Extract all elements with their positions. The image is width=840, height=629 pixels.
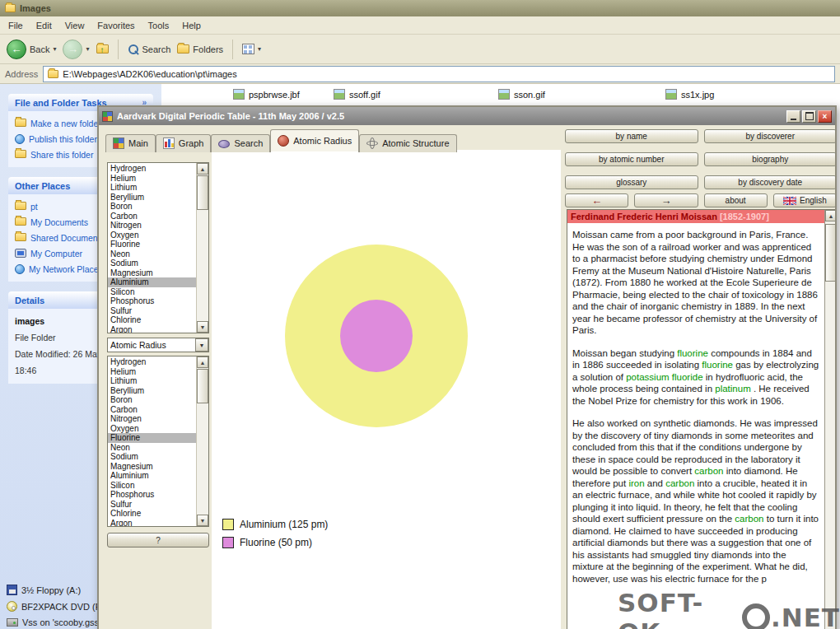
element-item-aluminium[interactable]: Aluminium bbox=[108, 471, 196, 481]
menu-tools[interactable]: Tools bbox=[148, 21, 170, 30]
file-item-ssoff-gif[interactable]: ssoff.gif bbox=[334, 89, 380, 100]
tab-graph[interactable]: Graph bbox=[156, 134, 212, 152]
menu-edit[interactable]: Edit bbox=[36, 21, 52, 30]
nav-by-discovery-date[interactable]: by discovery date bbox=[704, 175, 836, 189]
file-item-ss1x-jpg[interactable]: ss1x.jpg bbox=[665, 89, 714, 100]
address-input[interactable]: E:\Webpages\AD2K06\education\pt\images bbox=[43, 66, 835, 82]
element-item-oxygen[interactable]: Oxygen bbox=[108, 231, 196, 240]
close-button[interactable] bbox=[818, 110, 832, 123]
nav-biography[interactable]: biography bbox=[704, 152, 836, 166]
element-item-lithium[interactable]: Lithium bbox=[108, 183, 196, 193]
element-item-sodium[interactable]: Sodium bbox=[108, 452, 196, 462]
element-link-iron[interactable]: iron bbox=[628, 478, 644, 488]
folders-button[interactable]: Folders bbox=[177, 44, 223, 54]
left-arrow-icon: ← bbox=[591, 194, 602, 207]
element-link-fluorine[interactable]: fluorine bbox=[677, 348, 708, 358]
element-item-fluorine[interactable]: Fluorine bbox=[108, 240, 196, 249]
element-item-helium[interactable]: Helium bbox=[108, 174, 196, 184]
element-item-hydrogen[interactable]: Hydrogen bbox=[108, 164, 196, 174]
element-item-aluminium[interactable]: Aluminium bbox=[108, 277, 196, 287]
element-item-boron[interactable]: Boron bbox=[108, 395, 196, 405]
element-item-lithium[interactable]: Lithium bbox=[108, 376, 196, 386]
help-button[interactable]: ? bbox=[107, 533, 209, 547]
combobox-dropdown-icon[interactable]: ▼ bbox=[195, 338, 208, 352]
forward-dropdown-icon[interactable]: ▾ bbox=[86, 45, 89, 53]
scroll-up-button[interactable]: ▲ bbox=[197, 163, 208, 175]
nav-by-atomic-number[interactable]: by atomic number bbox=[565, 152, 698, 166]
element-item-sulfur[interactable]: Sulfur bbox=[108, 500, 196, 510]
scrollbar[interactable]: ▲ ▼ bbox=[196, 356, 208, 526]
element-item-fluorine[interactable]: Fluorine bbox=[108, 433, 196, 443]
menu-file[interactable]: File bbox=[8, 21, 23, 30]
element-link-platinum[interactable]: platinum bbox=[715, 384, 750, 394]
tab-atomic-structure[interactable]: Atomic Structure bbox=[359, 134, 456, 152]
share-folder-icon bbox=[15, 150, 26, 158]
element-item-oxygen[interactable]: Oxygen bbox=[108, 424, 196, 434]
element-item-helium[interactable]: Helium bbox=[108, 367, 196, 377]
tab-atomic-radius[interactable]: Atomic Radius bbox=[270, 129, 359, 152]
biography-header: Ferdinand Frederic Henri Moissan [1852-1… bbox=[567, 210, 824, 223]
menu-help[interactable]: Help bbox=[182, 21, 201, 30]
element-link-fluorine[interactable]: fluorine bbox=[702, 360, 733, 370]
element-link-carbon[interactable]: carbon bbox=[665, 478, 694, 488]
element-item-sulfur[interactable]: Sulfur bbox=[108, 306, 196, 316]
scrollbar[interactable]: ▲ ▼ bbox=[196, 163, 208, 333]
maximize-button[interactable] bbox=[802, 110, 816, 123]
previous-element-button[interactable]: ← bbox=[565, 193, 628, 207]
element-link-carbon[interactable]: carbon bbox=[735, 514, 763, 524]
element-item-carbon[interactable]: Carbon bbox=[108, 405, 196, 415]
element-item-neon[interactable]: Neon bbox=[108, 249, 196, 259]
scroll-up-button[interactable]: ▲ bbox=[197, 356, 208, 368]
scroll-down-button[interactable]: ▼ bbox=[197, 515, 208, 526]
scroll-thumb[interactable] bbox=[825, 224, 835, 282]
tab-main[interactable]: Main bbox=[105, 134, 156, 152]
nav-by-discoverer[interactable]: by discoverer bbox=[704, 129, 836, 143]
next-element-button[interactable]: → bbox=[634, 193, 698, 207]
scrollbar[interactable]: ▲ ▼ bbox=[824, 210, 835, 629]
menu-view[interactable]: View bbox=[65, 21, 85, 30]
element-item-phosphorus[interactable]: Phosphorus bbox=[108, 296, 196, 306]
element-item-neon[interactable]: Neon bbox=[108, 443, 196, 453]
app-titlebar[interactable]: Aardvark Digital Periodic Table - 11th M… bbox=[99, 107, 835, 125]
element-item-silicon[interactable]: Silicon bbox=[108, 287, 196, 297]
search-button[interactable]: Search bbox=[128, 44, 171, 55]
scroll-thumb[interactable] bbox=[197, 175, 208, 210]
up-button[interactable]: ↑ bbox=[96, 44, 109, 54]
element-link-potassium-fluoride[interactable]: potassium fluoride bbox=[626, 372, 702, 382]
property-combobox[interactable]: Atomic Radius ▼ bbox=[107, 338, 209, 352]
element-item-nitrogen[interactable]: Nitrogen bbox=[108, 414, 196, 424]
file-item-sson-gif[interactable]: sson.gif bbox=[498, 89, 545, 100]
back-dropdown-icon[interactable]: ▾ bbox=[53, 45, 56, 53]
element-link-carbon[interactable]: carbon bbox=[694, 466, 723, 476]
scroll-down-button[interactable]: ▼ bbox=[197, 321, 208, 333]
element-item-beryllium[interactable]: Beryllium bbox=[108, 193, 196, 203]
element-item-argon[interactable]: Argon bbox=[108, 519, 196, 527]
menu-favorites[interactable]: Favorites bbox=[97, 21, 134, 30]
scroll-up-button[interactable]: ▲ bbox=[825, 210, 835, 221]
element-item-boron[interactable]: Boron bbox=[108, 202, 196, 212]
file-item-pspbrwse-jbf[interactable]: pspbrwse.jbf bbox=[233, 89, 300, 100]
element-item-magnesium[interactable]: Magnesium bbox=[108, 462, 196, 472]
language-button[interactable]: English bbox=[773, 193, 835, 207]
element-item-argon[interactable]: Argon bbox=[108, 325, 196, 333]
element-item-magnesium[interactable]: Magnesium bbox=[108, 268, 196, 278]
element-item-carbon[interactable]: Carbon bbox=[108, 212, 196, 221]
address-label: Address bbox=[5, 69, 38, 79]
element-item-phosphorus[interactable]: Phosphorus bbox=[108, 490, 196, 500]
element-item-beryllium[interactable]: Beryllium bbox=[108, 386, 196, 396]
element-item-nitrogen[interactable]: Nitrogen bbox=[108, 221, 196, 231]
minimize-button[interactable] bbox=[786, 110, 800, 123]
scroll-thumb[interactable] bbox=[197, 369, 208, 403]
element-item-hydrogen[interactable]: Hydrogen bbox=[108, 357, 196, 367]
element-item-chlorine[interactable]: Chlorine bbox=[108, 509, 196, 519]
element-item-sodium[interactable]: Sodium bbox=[108, 259, 196, 268]
about-button[interactable]: about bbox=[704, 193, 768, 207]
forward-button[interactable]: ▾ bbox=[63, 40, 89, 59]
back-button[interactable]: Back ▾ bbox=[7, 40, 56, 59]
element-item-silicon[interactable]: Silicon bbox=[108, 481, 196, 491]
element-item-chlorine[interactable]: Chlorine bbox=[108, 315, 196, 325]
nav-by-name[interactable]: by name bbox=[565, 129, 698, 143]
views-button[interactable]: ▾ bbox=[242, 44, 261, 54]
nav-glossary[interactable]: glossary bbox=[565, 175, 698, 189]
tab-search[interactable]: Search bbox=[211, 134, 270, 152]
